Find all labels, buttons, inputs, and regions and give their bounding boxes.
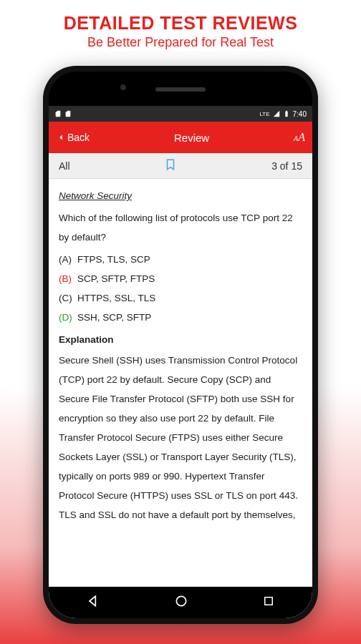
- network-label: LTE: [259, 111, 269, 117]
- sd-card-icon: [54, 110, 62, 117]
- screen: LTE 7:40 Back Review AA All: [49, 106, 312, 618]
- filter-all[interactable]: All: [59, 160, 70, 172]
- option-text: SSH, SCP, SFTP: [77, 312, 151, 323]
- nav-home-button[interactable]: [174, 594, 188, 611]
- triangle-back-icon: [86, 594, 100, 608]
- back-label: Back: [67, 132, 90, 143]
- font-icon-large: A: [298, 131, 305, 144]
- clock: 7:40: [293, 110, 307, 118]
- answer-option: (D)SSH, SCP, SFTP: [59, 308, 302, 327]
- question-text: Which of the following list of protocols…: [59, 208, 302, 247]
- chevron-left-icon: [56, 132, 66, 142]
- battery-icon: [283, 110, 290, 117]
- bookmark-icon: [164, 157, 177, 172]
- page-title: Review: [174, 132, 209, 144]
- category-label: Network Security: [59, 186, 302, 205]
- font-size-button[interactable]: AA: [294, 131, 305, 144]
- android-nav-bar: [49, 587, 312, 618]
- back-button[interactable]: Back: [56, 132, 90, 143]
- phone-frame: LTE 7:40 Back Review AA All: [43, 66, 318, 624]
- option-letter: (D): [59, 308, 77, 327]
- explanation-text: Secure Shell (SSH) uses Transmission Con…: [59, 351, 302, 525]
- question-counter: 3 of 15: [271, 160, 302, 172]
- answer-option: (B)SCP, SFTP, FTPS: [59, 269, 302, 288]
- svg-rect-1: [265, 597, 273, 605]
- status-bar: LTE 7:40: [49, 106, 312, 122]
- option-text: HTTPS, SSL, TLS: [77, 293, 155, 303]
- filter-bar: All 3 of 15: [49, 153, 312, 179]
- option-text: SCP, SFTP, FTPS: [77, 273, 155, 284]
- bookmark-button[interactable]: [164, 157, 177, 175]
- circle-home-icon: [174, 594, 188, 608]
- svg-point-0: [176, 596, 186, 605]
- option-letter: (A): [59, 250, 77, 269]
- phone-speaker: [155, 87, 206, 92]
- review-content: Network Security Which of the following …: [49, 179, 312, 587]
- option-letter: (B): [59, 269, 77, 288]
- answer-option: (C)HTTPS, SSL, TLS: [59, 288, 302, 308]
- sim-icon: [64, 110, 72, 117]
- explanation-heading: Explanation: [59, 330, 302, 349]
- option-text: FTPS, TLS, SCP: [77, 254, 150, 265]
- signal-icon: [273, 110, 280, 117]
- phone-camera: [120, 84, 126, 90]
- answer-option: (A)FTPS, TLS, SCP: [59, 250, 302, 269]
- promo-subtitle: Be Better Prepared for Real Test: [87, 35, 274, 50]
- nav-back-button[interactable]: [86, 594, 100, 611]
- promo-title: DETAILED TEST REVIEWS: [64, 13, 298, 34]
- square-recent-icon: [262, 595, 275, 608]
- option-letter: (C): [59, 288, 77, 308]
- app-bar: Back Review AA: [49, 122, 312, 153]
- nav-recent-button[interactable]: [262, 595, 275, 610]
